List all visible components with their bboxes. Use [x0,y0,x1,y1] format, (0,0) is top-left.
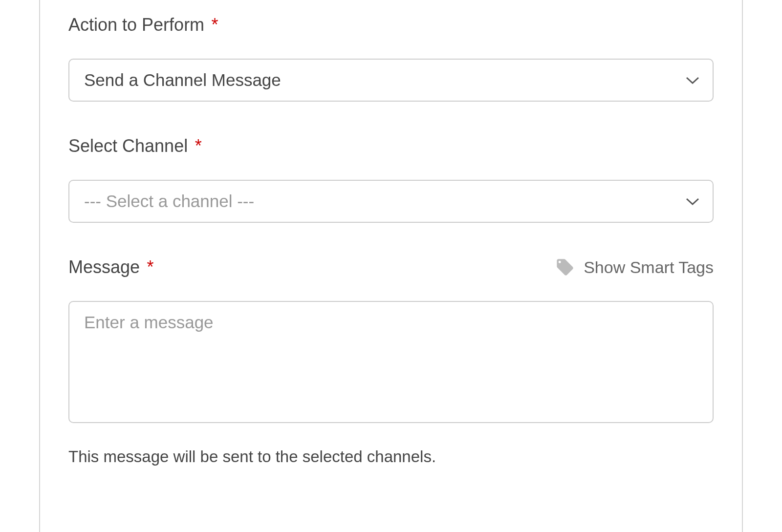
channel-label-row: Select Channel * [68,136,714,156]
channel-label-wrapper: Select Channel * [68,136,202,156]
channel-select-wrapper: --- Select a channel --- [68,180,714,223]
channel-select-placeholder: --- Select a channel --- [84,192,254,211]
required-asterisk: * [195,136,202,156]
action-label-row: Action to Perform * [68,15,714,35]
message-label: Message [68,257,140,277]
action-label-wrapper: Action to Perform * [68,15,218,35]
channel-label: Select Channel [68,136,188,156]
channel-select[interactable]: --- Select a channel --- [68,180,714,223]
required-asterisk: * [212,15,218,35]
action-select[interactable]: Send a Channel Message [68,59,714,102]
channel-field-group: Select Channel * --- Select a channel --… [68,136,714,223]
action-select-value: Send a Channel Message [84,70,281,90]
action-label: Action to Perform [68,15,204,35]
message-label-wrapper: Message * [68,257,154,277]
action-field-group: Action to Perform * Send a Channel Messa… [68,15,714,102]
form-container: Action to Perform * Send a Channel Messa… [39,0,743,532]
tag-icon [555,257,575,277]
action-select-wrapper: Send a Channel Message [68,59,714,102]
show-smart-tags-link[interactable]: Show Smart Tags [555,257,714,277]
message-help-text: This message will be sent to the selecte… [68,447,714,466]
message-field-group: Message * Show Smart Tags This message w… [68,257,714,466]
required-asterisk: * [147,257,154,277]
smart-tags-label: Show Smart Tags [584,258,714,277]
message-label-row: Message * Show Smart Tags [68,257,714,277]
message-textarea[interactable] [68,301,714,423]
